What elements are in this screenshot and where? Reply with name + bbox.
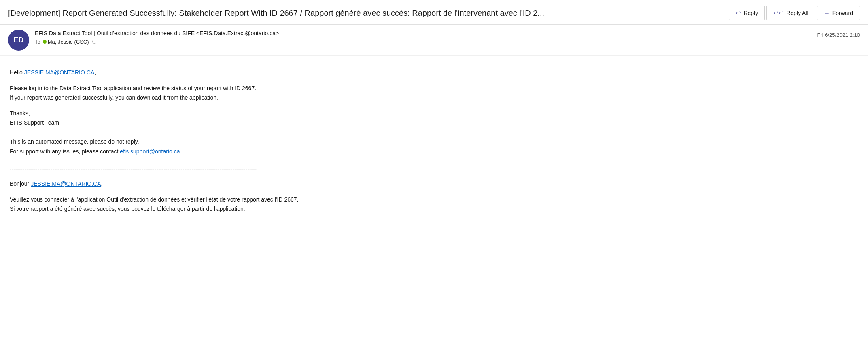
reply-all-button[interactable]: ↩↩ Reply All [766, 6, 815, 20]
automated-message-block: This is an automated message, please do … [10, 137, 858, 156]
sender-row: ED EFIS Data Extract Tool | Outil d'extr… [0, 25, 868, 56]
thanks-block: Thanks, EFIS Support Team [10, 109, 858, 127]
body-paragraph-1-fr: Veuillez vous connecter à l'application … [10, 195, 858, 214]
forward-button[interactable]: → Forward [817, 6, 860, 20]
body-paragraph-1-en: Please log in to the Data Extract Tool a… [10, 84, 858, 102]
forward-icon: → [824, 10, 830, 17]
avatar-initials: ED [13, 36, 23, 45]
recipient-email-link-en[interactable]: JESSIE.MA@ONTARIO.CA [24, 69, 94, 76]
body-line-1-en: Please log in to the Data Extract Tool a… [10, 84, 858, 93]
automated-line-1: This is an automated message, please do … [10, 137, 858, 146]
automated-line-2-prefix: For support with any issues, please cont… [10, 148, 120, 155]
action-buttons-group: ↩ Reply ↩↩ Reply All → Forward [729, 6, 860, 20]
sender-name: EFIS Data Extract Tool | Outil d'extract… [35, 30, 860, 38]
body-line-2-fr: Si votre rapport a été généré avec succè… [10, 204, 858, 214]
sender-details: EFIS Data Extract Tool | Outil d'extract… [35, 30, 860, 45]
greeting-punctuation-en: , [94, 69, 96, 76]
presence-dot [43, 40, 47, 44]
thanks-line-1: Thanks, [10, 109, 858, 118]
avatar: ED [8, 30, 29, 51]
greeting-punctuation-fr: , [101, 180, 103, 187]
automated-line-2: For support with any issues, please cont… [10, 147, 858, 156]
greeting-english: Hello JESSIE.MA@ONTARIO.CA, [10, 68, 858, 77]
reply-icon: ↩ [736, 9, 741, 17]
recipient-name: Ma, Jessie (CSC) [48, 39, 89, 45]
recipient-email-link-fr[interactable]: JESSIE.MA@ONTARIO.CA [31, 180, 101, 187]
email-viewer: [Development] Report Generated Successfu… [0, 0, 868, 348]
expand-recipients-icon[interactable] [92, 40, 96, 44]
support-email-link[interactable]: efis.support@ontario.ca [120, 148, 180, 155]
forward-label: Forward [832, 10, 853, 16]
subject-bar: [Development] Report Generated Successfu… [0, 0, 868, 25]
to-line: To Ma, Jessie (CSC) [35, 39, 860, 45]
reply-label: Reply [743, 10, 758, 16]
email-body: Hello JESSIE.MA@ONTARIO.CA, Please log i… [0, 56, 868, 348]
email-timestamp: Fri 6/25/2021 2:10 [817, 32, 860, 38]
body-line-1-fr: Veuillez vous connecter à l'application … [10, 195, 858, 204]
greeting-text-en: Hello [10, 69, 24, 76]
email-subject: [Development] Report Generated Successfu… [8, 8, 721, 18]
body-line-2-en: If your report was generated successfull… [10, 93, 858, 102]
greeting-french: Bonjour JESSIE.MA@ONTARIO.CA, [10, 179, 858, 189]
thanks-line-2: EFIS Support Team [10, 118, 858, 127]
recipient-badge: Ma, Jessie (CSC) [43, 39, 89, 45]
reply-button[interactable]: ↩ Reply [729, 6, 765, 20]
divider-line: ----------------------------------------… [10, 164, 858, 173]
reply-all-icon: ↩↩ [773, 9, 784, 17]
greeting-text-fr: Bonjour [10, 180, 31, 187]
to-label: To [35, 39, 40, 45]
reply-all-label: Reply All [786, 10, 808, 16]
